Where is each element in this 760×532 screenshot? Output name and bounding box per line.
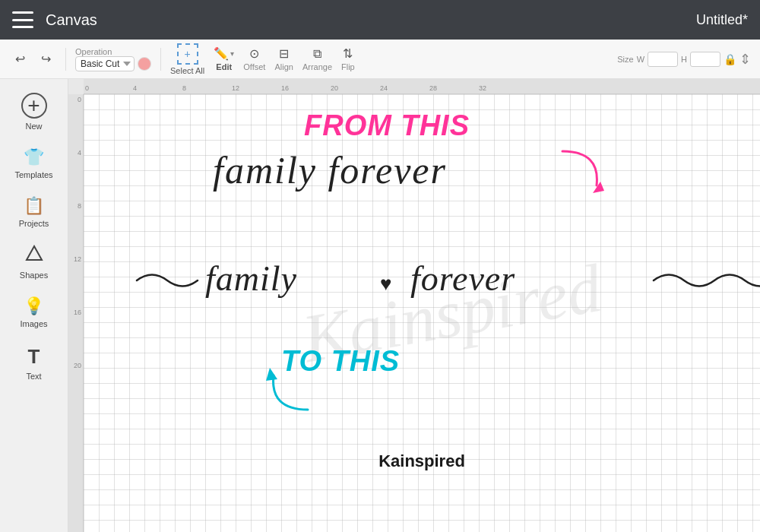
arrow-to-icon [262, 364, 323, 420]
ruler-v-20: 20 [74, 362, 81, 369]
size-group: Size W H 🔒 ⇕ [617, 51, 751, 68]
edit-label: Edit [216, 62, 232, 71]
ruler-v-8: 8 [78, 202, 81, 210]
app-name: Canvas [46, 11, 696, 29]
shapes-icon [25, 245, 43, 268]
operation-label: Operation [75, 47, 151, 56]
text1-content: family forever [213, 149, 447, 192]
sidebar-images-label: Images [20, 319, 47, 328]
operation-group: Operation Basic Cut [75, 47, 151, 71]
svg-text:family: family [205, 259, 297, 298]
color-swatch[interactable] [138, 57, 151, 71]
size-label: Size [617, 55, 633, 64]
offset-group[interactable]: ⊙ Offset [243, 46, 265, 71]
svg-text:forever: forever [410, 259, 515, 298]
header-bar: Canvas Untitled* [0, 0, 760, 40]
arrange-icon: ⧉ [313, 47, 321, 61]
select-all-button[interactable]: + Select All [170, 43, 204, 75]
canvas-text-1: family forever [213, 147, 447, 192]
flip-label: Flip [341, 62, 355, 71]
align-label: Align [274, 62, 293, 71]
svg-marker-0 [27, 246, 42, 260]
sidebar-projects-label: Projects [19, 219, 49, 228]
size-w-input[interactable] [648, 52, 678, 67]
sidebar-item-images[interactable]: 💡 Images [4, 289, 65, 334]
hamburger-icon[interactable] [12, 11, 33, 28]
ruler-v-0: 0 [78, 96, 81, 103]
flip-icon: ⇅ [343, 46, 353, 61]
redo-button[interactable]: ↪ [35, 49, 56, 70]
ruler-v-16: 16 [74, 309, 81, 316]
ruler-h-20: 20 [331, 84, 338, 92]
divider-2 [160, 48, 161, 71]
lock-icon: 🔒 [724, 53, 736, 65]
ruler-v-4: 4 [78, 149, 81, 157]
kainspired-label: Kainspired [378, 451, 465, 471]
sidebar-text-label: Text [26, 372, 41, 381]
edit-icon-wrap: ✏️ ▾ [214, 46, 234, 61]
arrow-from-icon [555, 144, 616, 207]
sidebar-item-projects[interactable]: 📋 Projects [4, 188, 65, 234]
main-area: + New 👕 Templates 📋 Projects Shapes 💡 Im… [0, 79, 760, 532]
undo-button[interactable]: ↩ [9, 49, 30, 70]
sidebar-item-templates[interactable]: 👕 Templates [4, 140, 65, 185]
ruler-v-12: 12 [74, 255, 81, 263]
size-w-label: W [637, 55, 644, 64]
document-title: Untitled* [696, 12, 748, 28]
undo-redo-group: ↩ ↪ [9, 49, 56, 70]
offset-icon: ⊙ [249, 46, 259, 61]
operation-row: Basic Cut [75, 56, 151, 71]
ruler-h-4: 4 [133, 84, 137, 92]
size-h-input[interactable] [690, 52, 720, 67]
operation-select[interactable]: Basic Cut [75, 56, 135, 71]
text2-svg: family ♥ forever [129, 246, 760, 307]
align-icon: ⊟ [279, 46, 289, 61]
sidebar-item-text[interactable]: T Text [4, 337, 65, 387]
svg-marker-5 [266, 368, 277, 381]
offset-label: Offset [243, 62, 265, 71]
ruler-top: 0 4 8 12 16 20 24 28 32 [84, 79, 760, 94]
select-all-label: Select All [170, 66, 204, 75]
projects-icon: 📋 [24, 196, 44, 216]
sidebar-item-shapes[interactable]: Shapes [4, 237, 65, 286]
annotation-from-this: FROM THIS [304, 109, 470, 142]
edit-pen-icon: ✏️ [214, 46, 229, 61]
ruler-h-16: 16 [281, 84, 289, 92]
arrange-label: Arrange [302, 62, 332, 71]
size-h-label: H [681, 55, 687, 64]
ruler-h-8: 8 [182, 84, 186, 92]
ruler-h-32: 32 [479, 84, 486, 92]
canvas-content: Kainspired FROM THIS family forever [84, 94, 760, 532]
canvas-area[interactable]: 0 4 8 12 16 20 24 28 32 0 4 8 12 16 20 K… [68, 79, 760, 532]
ruler-left: 0 4 8 12 16 20 [68, 94, 84, 532]
sidebar-item-new[interactable]: + New [4, 85, 65, 137]
flip-group[interactable]: ⇅ Flip [341, 46, 355, 71]
edit-button[interactable]: ✏️ ▾ Edit [214, 46, 234, 71]
select-all-icon: + [177, 43, 198, 65]
ruler-h-12: 12 [232, 84, 239, 92]
new-icon: + [21, 93, 47, 119]
divider-1 [65, 48, 66, 71]
images-icon: 💡 [24, 296, 44, 316]
svg-text:♥: ♥ [380, 273, 391, 295]
sidebar-shapes-label: Shapes [20, 271, 48, 280]
size-arrows[interactable]: ⇕ [739, 51, 751, 68]
arrange-group[interactable]: ⧉ Arrange [302, 47, 332, 71]
sidebar-new-label: New [25, 122, 42, 131]
sidebar-templates-label: Templates [14, 170, 52, 179]
ruler-h-28: 28 [429, 84, 437, 92]
templates-icon: 👕 [24, 147, 44, 167]
canvas-text-2: family ♥ forever [129, 246, 760, 307]
ruler-h-0: 0 [85, 84, 89, 92]
align-group[interactable]: ⊟ Align [274, 46, 293, 71]
svg-marker-1 [593, 182, 604, 193]
toolbar: ↩ ↪ Operation Basic Cut + Select All ✏️ … [0, 40, 760, 79]
ruler-h-24: 24 [380, 84, 388, 92]
sidebar: + New 👕 Templates 📋 Projects Shapes 💡 Im… [0, 79, 68, 532]
text-icon: T [28, 345, 40, 369]
